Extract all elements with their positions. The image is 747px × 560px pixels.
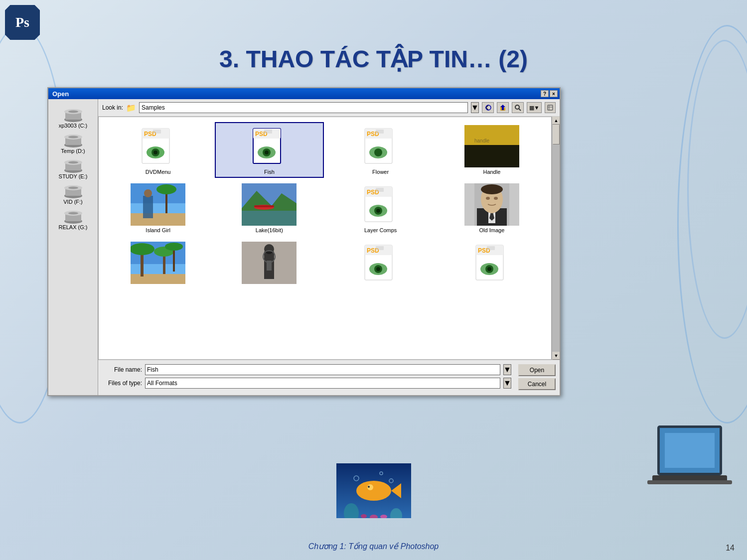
scroll-thumb[interactable] (553, 125, 560, 144)
bottom-caption: Chương 1: Tổng quan về Photoshop (0, 542, 747, 551)
svg-point-109 (487, 267, 491, 271)
lookin-combo-arrow[interactable]: ▼ (471, 102, 479, 113)
filetype-arrow[interactable]: ▼ (503, 378, 511, 389)
close-button[interactable]: × (550, 90, 558, 97)
drive-c-icon (63, 108, 83, 123)
filename-label: File name: (102, 366, 142, 373)
svg-rect-50 (464, 145, 519, 167)
fish-thumbnail: PSD (242, 125, 297, 167)
drive-d[interactable]: Temp (D:) (51, 132, 96, 155)
dialog-content: xp3003 (C:) Temp (D:) (48, 99, 560, 395)
drive-f-icon (63, 184, 83, 199)
drive-f-label: VID (F:) (63, 199, 83, 205)
svg-rect-38 (264, 130, 272, 134)
file-flower[interactable]: PSD Flower (326, 122, 435, 178)
preview-image (336, 463, 411, 518)
page-number: 14 (726, 544, 735, 553)
filetype-row: Files of type: ▼ (102, 378, 511, 389)
file-dvdmenu-label: DVDMenu (146, 169, 171, 175)
extra-btn[interactable] (545, 102, 556, 113)
svg-rect-55 (143, 196, 153, 218)
back-btn[interactable] (482, 102, 494, 113)
file-old-image-label: Old Image (479, 227, 505, 233)
ps-logo: Ps (5, 5, 40, 40)
scroll-track[interactable] (552, 125, 560, 352)
drive-d-label: Temp (D:) (61, 148, 85, 154)
svg-point-79 (486, 197, 490, 200)
drive-e[interactable]: STUDY (E:) (51, 157, 96, 180)
search-btn[interactable] (512, 102, 524, 113)
svg-rect-83 (131, 264, 185, 274)
svg-point-89 (165, 243, 183, 251)
filename-input[interactable] (145, 364, 500, 375)
drive-g-icon (63, 209, 83, 224)
open-button[interactable]: Open (518, 364, 556, 376)
file-island-girl[interactable]: Island Girl (104, 180, 212, 236)
view-btn[interactable]: ▦▼ (527, 102, 542, 113)
drive-g[interactable]: RELAX (G:) (51, 208, 96, 231)
svg-rect-106 (487, 246, 495, 250)
file-area: PSD DVDMenu (98, 117, 560, 360)
deco-laptop (647, 420, 737, 520)
file-old-image[interactable]: Old Image (438, 180, 546, 236)
island-girl-thumbnail (131, 183, 185, 226)
scroll-up-btn[interactable]: ▲ (552, 117, 560, 125)
svg-point-122 (361, 514, 367, 518)
drive-f[interactable]: VID (F:) (51, 183, 96, 206)
svg-point-102 (376, 267, 380, 271)
lookin-combo[interactable]: Samples (139, 102, 468, 113)
svg-rect-68 (376, 188, 384, 192)
bottom-rows: File name: ▼ Files of type: ▼ Ope (102, 364, 556, 391)
file-lake[interactable]: Lake(16bit) (215, 180, 323, 236)
file-layercomps[interactable]: PSD Layer Comps (326, 180, 435, 236)
dialog-sidebar: xp3003 (C:) Temp (D:) (48, 99, 98, 395)
svg-line-24 (519, 109, 521, 111)
scrollbar[interactable]: ▲ ▼ (552, 117, 560, 360)
file-dune[interactable] (215, 239, 323, 288)
filename-arrow[interactable]: ▼ (503, 364, 511, 375)
file-handle[interactable]: handle Handle (438, 122, 546, 178)
file-psd1[interactable]: PSD (326, 239, 435, 288)
dune-thumbnail (242, 242, 297, 284)
lookin-value: Samples (142, 104, 165, 111)
svg-point-114 (356, 481, 391, 501)
cancel-button[interactable]: Cancel (518, 378, 556, 390)
svg-point-80 (494, 197, 498, 200)
scroll-down-btn[interactable]: ▼ (552, 352, 560, 360)
file-palm[interactable] (104, 239, 212, 288)
field-rows: File name: ▼ Files of type: ▼ (102, 364, 511, 391)
svg-point-58 (156, 184, 176, 194)
slide-title: 3. THAO TÁC TẬP TIN… (2) (0, 45, 747, 73)
svg-point-20 (486, 105, 491, 110)
file-handle-label: Handle (483, 169, 500, 175)
file-flower-label: Flower (372, 169, 389, 175)
svg-rect-31 (153, 130, 161, 134)
svg-point-7 (68, 136, 78, 139)
svg-rect-129 (647, 480, 732, 484)
svg-point-23 (515, 105, 519, 109)
flower-thumbnail: PSD (353, 125, 408, 167)
svg-rect-95 (267, 261, 272, 271)
svg-point-34 (153, 150, 157, 154)
svg-point-3 (68, 111, 78, 113)
svg-point-117 (368, 486, 370, 488)
file-dvdmenu[interactable]: PSD DVDMenu (104, 122, 212, 178)
help-button[interactable]: ? (541, 90, 549, 97)
open-dialog: Open ? × (47, 87, 561, 396)
slide-background: Ps 3. THAO TÁC TẬP TIN… (2) Open ? × (0, 0, 747, 560)
old-image-thumbnail (464, 183, 519, 226)
preview-container (336, 463, 411, 520)
drive-e-label: STUDY (E:) (59, 173, 88, 179)
file-grid: PSD DVDMenu (98, 117, 552, 360)
up-btn[interactable] (497, 102, 509, 113)
svg-rect-64 (242, 211, 297, 226)
file-island-girl-label: Island Girl (146, 227, 170, 233)
lake-thumbnail (242, 183, 297, 226)
filetype-select[interactable] (145, 378, 500, 389)
svg-point-41 (265, 150, 269, 154)
file-psd2[interactable]: PSD (438, 239, 546, 288)
drive-c[interactable]: xp3003 (C:) (51, 107, 96, 130)
lookin-label: Look in: (102, 104, 123, 111)
svg-point-71 (376, 209, 380, 213)
file-fish[interactable]: PSD Fish (215, 122, 323, 178)
